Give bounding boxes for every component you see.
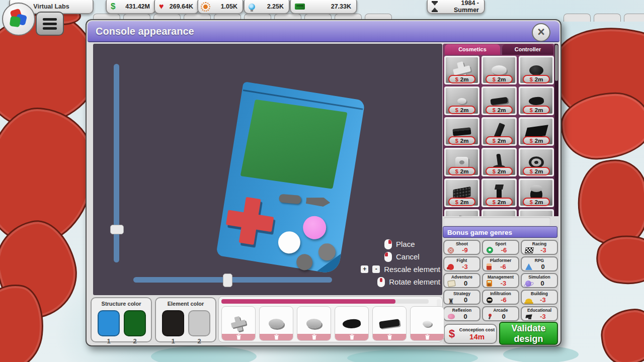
element-color-swatch-2[interactable]: [188, 310, 210, 336]
genre-card-fight: Fight-3: [443, 256, 480, 272]
dollar-icon: $: [530, 199, 533, 205]
part-price: 2m: [460, 138, 469, 144]
placed-element-card[interactable]: [259, 306, 293, 341]
dialog-titlebar[interactable]: Console appearance: [88, 21, 559, 42]
dollar-icon: $: [530, 76, 533, 82]
part-tile[interactable]: $2m: [444, 178, 479, 207]
character-icon: [487, 263, 492, 270]
part-tile[interactable]: $2m: [481, 148, 517, 176]
part-tile[interactable]: $2m: [444, 56, 479, 84]
part-price: 2m: [498, 107, 506, 113]
scrollbar-thumb[interactable]: [555, 45, 558, 81]
element-color-swatch-1[interactable]: [162, 310, 184, 336]
part-tile[interactable]: $2m: [444, 209, 479, 216]
hamburger-bar: [43, 27, 57, 30]
legend-place-label: Place: [396, 240, 440, 248]
delete-element-button[interactable]: [335, 334, 368, 340]
placed-element-card[interactable]: [372, 306, 407, 341]
genre-value: -3: [454, 263, 476, 270]
dollar-icon: $: [455, 107, 458, 113]
checkered-flag-icon: [525, 247, 534, 253]
part-tile[interactable]: $2m: [519, 148, 554, 176]
dollar-icon: $: [530, 107, 533, 113]
part-tile[interactable]: $2m: [481, 117, 517, 146]
part-tile[interactable]: $2m: [481, 86, 517, 115]
part-price: 2m: [535, 168, 543, 174]
part-tile[interactable]: $2m: [481, 209, 517, 216]
dollar-icon: $: [530, 138, 533, 144]
placed-element-card[interactable]: [297, 306, 331, 341]
placed-element-card[interactable]: [335, 306, 369, 341]
genre-card-adventure: Adventure0: [443, 273, 480, 288]
crosshair-icon: [448, 247, 454, 253]
wedge-part-icon: [528, 96, 544, 106]
delete-element-button[interactable]: [373, 334, 406, 340]
structure-color-swatch-2[interactable]: [124, 310, 146, 336]
placed-element-card[interactable]: [221, 306, 256, 341]
part-tile[interactable]: $2m: [444, 148, 479, 176]
validate-design-button[interactable]: Validate design: [499, 322, 558, 345]
swatch-label: 2: [124, 337, 146, 345]
part-tile[interactable]: $2m: [444, 86, 479, 115]
close-icon: ×: [537, 25, 545, 39]
vertical-zoom-slider[interactable]: [114, 64, 119, 262]
parts-grid: $2m $2m $2m $2m $2m $2m $2m $2m $2m $2m …: [444, 56, 554, 216]
part-tile[interactable]: $2m: [444, 117, 479, 146]
date-pill: 1984 -Summer: [427, 0, 485, 14]
part-tile[interactable]: $2m: [519, 56, 554, 84]
tab-controller-label: Controller: [515, 46, 541, 52]
price-badge: $2m: [523, 106, 550, 114]
tab-controller[interactable]: Controller: [502, 44, 553, 55]
gray-button: [295, 253, 314, 272]
game-logo-button[interactable]: [2, 3, 35, 36]
dollar-icon: $: [449, 327, 455, 340]
part-price: 2m: [498, 168, 506, 174]
parts-vertical-scrollbar[interactable]: [554, 44, 558, 216]
part-price: 2m: [498, 138, 506, 144]
delete-element-button[interactable]: [411, 334, 444, 340]
genre-card-arcade: Arcade0: [482, 306, 519, 321]
part-tile[interactable]: $2m: [519, 86, 554, 115]
element-color-card: Element color 1 2: [155, 297, 216, 342]
vertical-slider-handle[interactable]: [110, 225, 124, 234]
price-badge: $2m: [523, 136, 550, 145]
ninja-icon: [487, 297, 493, 303]
flat-box-part-icon: [452, 127, 471, 136]
gears-counter: 1.05K: [197, 0, 244, 14]
placed-element-card[interactable]: [410, 306, 444, 341]
part-price: 2m: [498, 76, 506, 82]
console-3d-model[interactable]: [209, 84, 380, 283]
hamburger-menu-button[interactable]: [36, 12, 64, 36]
placed-elements-strip: [218, 296, 443, 342]
part-price: 2m: [460, 76, 469, 82]
window-tab-stub[interactable]: [564, 14, 591, 22]
conception-cost-label: Conception cost: [458, 327, 496, 333]
part-tile[interactable]: $2m: [519, 209, 554, 216]
boxing-glove-icon: [448, 264, 454, 270]
genre-value: 0: [455, 296, 476, 304]
part-tile[interactable]: $2m: [519, 117, 554, 146]
genre-value: -6: [492, 263, 515, 270]
part-tile[interactable]: $2m: [481, 56, 517, 84]
parts-horizontal-scrollbar[interactable]: [444, 217, 550, 225]
trash-icon: [387, 334, 392, 340]
window-tab-stub[interactable]: [624, 14, 644, 22]
genre-value: -6: [493, 296, 515, 304]
delete-element-button[interactable]: [222, 334, 255, 340]
delete-element-button[interactable]: [297, 334, 331, 340]
part-tile[interactable]: $2m: [481, 178, 517, 207]
console-screen: [240, 100, 348, 189]
ideas-value: 2.25K: [255, 3, 289, 10]
tab-cosmetics[interactable]: Cosmetics: [445, 44, 500, 55]
genre-card-reflexion: Reflexion0: [443, 306, 480, 321]
part-price: 2m: [460, 107, 469, 113]
structure-color-swatch-1[interactable]: [98, 310, 120, 336]
price-badge: $2m: [523, 167, 550, 175]
elements-scrollbar[interactable]: [221, 299, 429, 304]
close-button[interactable]: ×: [532, 23, 550, 42]
delete-element-button[interactable]: [260, 334, 293, 340]
window-tab-stub[interactable]: [594, 14, 621, 22]
console-preview-canvas[interactable]: Place Cancel + - Rescale element Rotate …: [93, 44, 442, 295]
part-tile[interactable]: $2m: [519, 178, 554, 207]
validate-label-line2: design: [500, 334, 557, 344]
